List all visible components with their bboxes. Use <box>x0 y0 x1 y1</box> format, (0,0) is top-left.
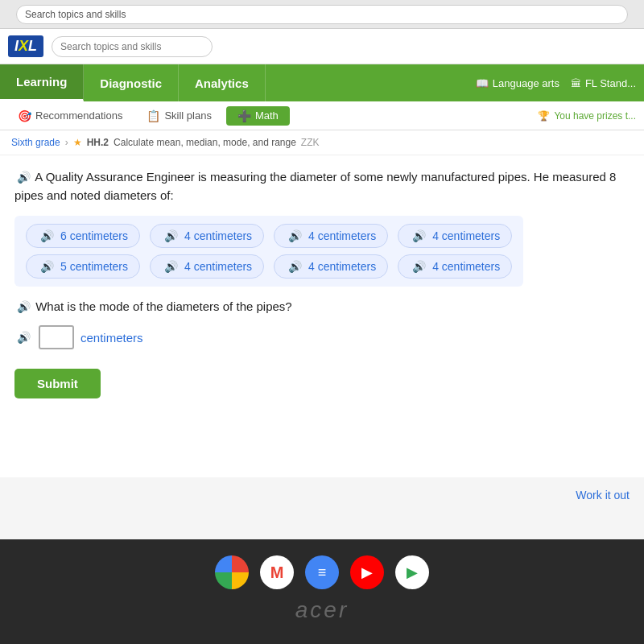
skill-search-input[interactable] <box>52 36 213 57</box>
book-icon: 📖 <box>476 77 489 89</box>
browser-bar: Search topics and skills <box>0 0 644 29</box>
star-icon: ★ <box>73 137 82 148</box>
mode-sound-icon[interactable]: 🔊 <box>14 299 32 314</box>
search-placeholder: Search topics and skills <box>25 9 126 20</box>
answer-input[interactable] <box>39 325 74 349</box>
secondary-nav: 🎯 Recommendations 📋 Skill plans ➕ Math 🏆… <box>0 101 644 130</box>
pipe-6-sound[interactable]: 🔊 <box>162 259 180 274</box>
work-it-out[interactable]: Work it out <box>0 477 644 502</box>
prizes-area[interactable]: 🏆 You have prizes t... <box>538 110 636 122</box>
skill-name: Calculate mean, median, mode, and range <box>114 137 296 148</box>
play-store-icon[interactable]: ▶ <box>395 555 429 589</box>
tab-recommendations[interactable]: 🎯 Recommendations <box>8 106 132 126</box>
flag-icon: 🏛 <box>571 77 581 89</box>
youtube-icon[interactable]: ▶ <box>350 555 384 589</box>
pipe-item-8: 🔊 4 centimeters <box>398 254 512 279</box>
nav-tab-analytics[interactable]: Analytics <box>179 64 266 101</box>
fl-standards-nav[interactable]: 🏛 FL Stand... <box>571 77 636 89</box>
pipes-grid: 🔊 6 centimeters 🔊 4 centimeters 🔊 4 cent… <box>14 216 523 287</box>
skill-id: ZZK <box>301 137 320 148</box>
main-nav: Learning Diagnostic Analytics 📖 Language… <box>0 64 644 101</box>
skill-code: HH.2 <box>87 137 109 148</box>
ixl-logo[interactable]: IXL <box>8 35 43 57</box>
pipe-item-1: 🔊 6 centimeters <box>26 224 140 248</box>
mode-question-text: 🔊 What is the mode of the diameters of t… <box>14 299 630 314</box>
recommendations-icon: 🎯 <box>18 109 31 122</box>
pipe-7-sound[interactable]: 🔊 <box>286 259 303 274</box>
question-text: 🔊 A Quality Assurance Engineer is measur… <box>14 168 630 204</box>
skill-plans-icon: 📋 <box>147 109 160 122</box>
fl-standards-label: FL Stand... <box>585 77 636 89</box>
question-content: 🔊 A Quality Assurance Engineer is measur… <box>0 155 644 477</box>
ixl-topbar: IXL <box>0 29 644 64</box>
pipe-2-sound[interactable]: 🔊 <box>162 229 180 243</box>
pipe-item-7: 🔊 4 centimeters <box>274 254 388 279</box>
math-icon: ➕ <box>237 109 251 122</box>
pipe-5-sound[interactable]: 🔊 <box>38 259 56 274</box>
browser-search-bar[interactable]: Search topics and skills <box>16 5 628 24</box>
nav-tab-diagnostic[interactable]: Diagnostic <box>84 64 179 101</box>
pipe-item-5: 🔊 5 centimeters <box>26 254 140 279</box>
pipe-item-6: 🔊 4 centimeters <box>150 254 264 279</box>
main-nav-right: 📖 Language arts 🏛 FL Stand... <box>468 64 644 101</box>
docs-icon[interactable]: ≡ <box>305 555 339 589</box>
pipe-item-4: 🔊 4 centimeters <box>398 224 512 248</box>
tab-math[interactable]: ➕ Math <box>226 106 290 126</box>
tab-skill-plans[interactable]: 📋 Skill plans <box>137 106 221 126</box>
pipe-3-sound[interactable]: 🔊 <box>286 229 303 243</box>
gmail-icon[interactable]: M <box>260 555 294 589</box>
pipe-1-sound[interactable]: 🔊 <box>38 229 56 243</box>
pipe-8-sound[interactable]: 🔊 <box>410 259 427 274</box>
answer-sound-icon[interactable]: 🔊 <box>14 330 32 345</box>
taskbar: M ≡ ▶ ▶ acer <box>0 539 644 644</box>
trophy-icon: 🏆 <box>538 110 550 122</box>
submit-button[interactable]: Submit <box>14 369 101 398</box>
answer-suffix: centimeters <box>80 331 143 345</box>
question-sound-icon[interactable]: 🔊 <box>14 171 32 185</box>
grade-label[interactable]: Sixth grade <box>11 137 60 148</box>
taskbar-icons: M ≡ ▶ ▶ <box>215 555 429 589</box>
chrome-icon[interactable] <box>215 555 249 589</box>
pipe-item-3: 🔊 4 centimeters <box>274 224 388 248</box>
language-arts-label: Language arts <box>493 77 559 89</box>
answer-row: 🔊 centimeters <box>14 325 630 349</box>
pipe-4-sound[interactable]: 🔊 <box>410 229 427 243</box>
nav-tab-learning[interactable]: Learning <box>0 64 84 101</box>
language-arts-nav[interactable]: 📖 Language arts <box>476 77 559 89</box>
acer-brand: acer <box>295 597 349 623</box>
breadcrumb-separator: › <box>65 137 68 148</box>
breadcrumb: Sixth grade › ★ HH.2 Calculate mean, med… <box>0 130 644 155</box>
pipe-item-2: 🔊 4 centimeters <box>150 224 264 248</box>
